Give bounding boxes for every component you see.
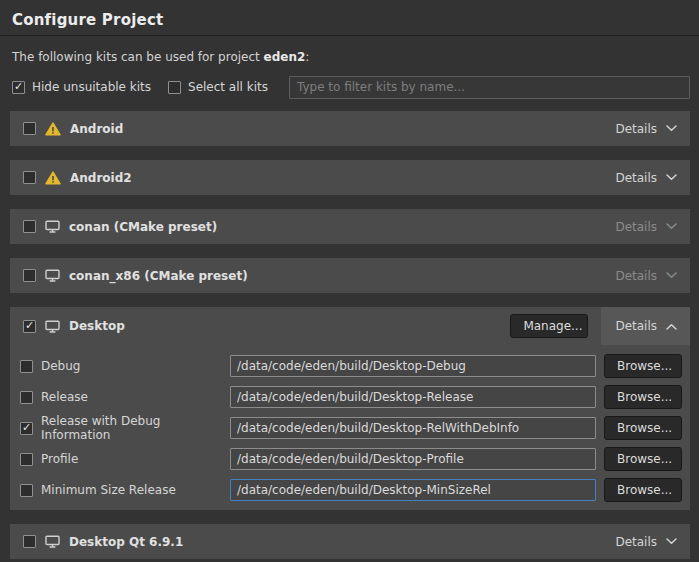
build-config-label: Release with Debug Information	[41, 414, 230, 442]
kit-checkbox[interactable]	[23, 220, 36, 233]
build-dir-input[interactable]	[230, 386, 596, 408]
kit-header[interactable]: Android2 Details	[10, 160, 690, 195]
intro-text: The following kits can be used for proje…	[12, 50, 687, 64]
manage-kits-button[interactable]: Manage...	[510, 314, 588, 338]
warning-icon	[45, 122, 61, 136]
browse-button[interactable]: Browse...	[604, 447, 682, 471]
kit-name: conan (CMake preset)	[69, 220, 217, 234]
chevron-down-icon	[666, 174, 677, 181]
project-name: eden2	[264, 50, 306, 64]
details-label: Details	[615, 269, 657, 283]
chevron-up-icon	[666, 323, 677, 330]
build-dir-input[interactable]	[230, 448, 596, 470]
build-config-label: Release	[41, 390, 230, 404]
kit-row-desktop-qt: Desktop Qt 6.9.1 Details	[10, 524, 690, 559]
build-config-row-relwithdebinfo: Release with Debug Information Browse...	[20, 417, 682, 439]
kit-checkbox[interactable]	[23, 535, 36, 548]
details-toggle[interactable]: Details	[601, 258, 690, 293]
kit-row-conan: conan (CMake preset) Details	[10, 209, 690, 244]
title-separator	[0, 35, 699, 36]
details-label: Details	[615, 122, 657, 136]
chevron-down-icon	[666, 125, 677, 132]
chevron-down-icon	[666, 538, 677, 545]
build-config-checkbox[interactable]	[20, 453, 33, 466]
build-config-checkbox[interactable]	[20, 360, 33, 373]
details-label: Details	[615, 319, 657, 333]
kit-name: conan_x86 (CMake preset)	[69, 269, 248, 283]
kit-row-android2: Android2 Details	[10, 160, 690, 195]
select-all-kits-label: Select all kits	[188, 80, 268, 94]
details-label: Details	[615, 220, 657, 234]
kit-header[interactable]: Desktop Qt 6.9.1 Details	[10, 524, 690, 559]
details-toggle[interactable]: Details	[601, 209, 690, 244]
page-header: Configure Project	[0, 0, 699, 36]
build-config-label: Debug	[41, 359, 230, 373]
browse-button[interactable]: Browse...	[604, 478, 682, 502]
kit-row-android: Android Details	[10, 111, 690, 146]
kit-name: Desktop	[69, 319, 125, 333]
chevron-down-icon	[666, 272, 677, 279]
kit-row-conan-x86: conan_x86 (CMake preset) Details	[10, 258, 690, 293]
browse-button[interactable]: Browse...	[604, 416, 682, 440]
build-config-checkbox[interactable]	[20, 484, 33, 497]
details-toggle[interactable]: Details	[601, 307, 690, 345]
kit-name: Android2	[70, 171, 132, 185]
kit-checkbox[interactable]	[23, 269, 36, 282]
hide-unsuitable-kits-checkbox-group[interactable]: Hide unsuitable kits	[12, 80, 151, 94]
kit-header[interactable]: conan_x86 (CMake preset) Details	[10, 258, 690, 293]
build-config-row-profile: Profile Browse...	[20, 448, 682, 470]
desktop-icon	[45, 269, 60, 282]
desktop-icon	[45, 320, 60, 333]
kit-checkbox[interactable]	[23, 171, 36, 184]
kit-header[interactable]: Desktop Manage... Details	[10, 307, 690, 345]
details-toggle[interactable]: Details	[601, 111, 690, 146]
hide-unsuitable-kits-label: Hide unsuitable kits	[32, 80, 151, 94]
warning-icon	[45, 171, 61, 185]
select-all-kits-checkbox[interactable]	[168, 81, 181, 94]
kit-filter-controls: Hide unsuitable kits Select all kits	[12, 75, 690, 99]
kit-header[interactable]: conan (CMake preset) Details	[10, 209, 690, 244]
build-dir-input[interactable]	[230, 479, 596, 501]
kit-name: Android	[70, 122, 123, 136]
kit-filter-input[interactable]	[289, 76, 690, 99]
kit-header[interactable]: Android Details	[10, 111, 690, 146]
details-label: Details	[615, 535, 657, 549]
build-config-checkbox[interactable]	[20, 422, 33, 435]
details-toggle[interactable]: Details	[601, 524, 690, 559]
browse-button[interactable]: Browse...	[604, 354, 682, 378]
build-dir-input[interactable]	[230, 417, 596, 439]
page-title: Configure Project	[12, 11, 687, 29]
build-config-row-minsizerel: Minimum Size Release Browse...	[20, 479, 682, 501]
details-label: Details	[615, 171, 657, 185]
details-toggle[interactable]: Details	[601, 160, 690, 195]
kit-checkbox[interactable]	[23, 122, 36, 135]
build-config-checkbox[interactable]	[20, 391, 33, 404]
kit-list: Android Details Android2 Details conan (…	[0, 111, 699, 559]
build-config-row-debug: Debug Browse...	[20, 355, 682, 377]
chevron-down-icon	[666, 223, 677, 230]
build-config-label: Minimum Size Release	[41, 483, 230, 497]
select-all-kits-checkbox-group[interactable]: Select all kits	[168, 80, 268, 94]
build-dir-input[interactable]	[230, 355, 596, 377]
kit-row-desktop: Desktop Manage... Details Debug Browse..…	[10, 307, 690, 510]
hide-unsuitable-kits-checkbox[interactable]	[12, 81, 25, 94]
desktop-icon	[45, 220, 60, 233]
browse-button[interactable]: Browse...	[604, 385, 682, 409]
kit-checkbox[interactable]	[23, 320, 36, 333]
desktop-icon	[45, 535, 60, 548]
build-config-label: Profile	[41, 452, 230, 466]
build-config-list: Debug Browse... Release Browse... Releas…	[10, 345, 690, 510]
kit-name: Desktop Qt 6.9.1	[69, 535, 183, 549]
build-config-row-release: Release Browse...	[20, 386, 682, 408]
